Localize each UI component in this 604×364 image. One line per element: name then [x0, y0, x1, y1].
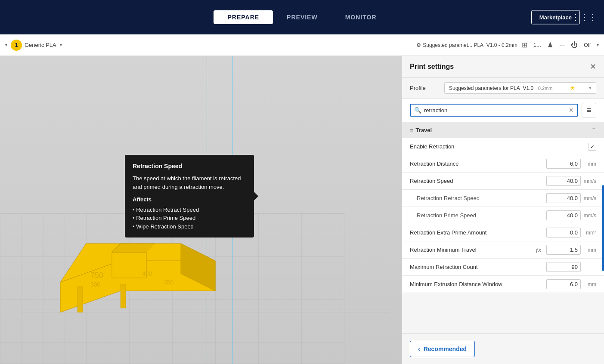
tooltip-affects-label: Affects — [133, 195, 246, 204]
count-label: 1... — [533, 42, 541, 48]
tab-prepare[interactable]: PREPARE — [214, 10, 273, 24]
tooltip-title: Retraction Speed — [133, 162, 246, 171]
retraction-retract-speed-input[interactable] — [546, 193, 581, 203]
nav-tabs: PREPARE PREVIEW MONITOR — [214, 10, 390, 24]
setting-row-retraction-speed[interactable]: Retraction Speed mm/s — [402, 173, 604, 190]
recommended-row: ‹ Recommended — [402, 333, 604, 364]
layers-icon[interactable]: ⊞ — [522, 41, 527, 49]
tooltip-affects-list: • Retraction Retract Speed • Retraction … — [133, 206, 246, 231]
tooltip-description: The speed at which the filament is retra… — [133, 174, 246, 191]
grid-icon[interactable]: ⋮⋮⋮ — [571, 12, 597, 22]
search-icon: 🔍 — [414, 107, 421, 114]
fx-icon: ƒx — [535, 247, 541, 253]
filament-badge: 1 — [11, 40, 22, 51]
filament-dropdown-arrow[interactable]: ▾ — [60, 43, 62, 47]
settings-params-btn[interactable]: ⚙ Suggested paramet... PLA_V1.0 - 0.2mm — [416, 42, 517, 48]
setting-row-min-extrusion-window[interactable]: Minimum Extrusion Distance Window mm — [402, 276, 604, 293]
filament-name: Generic PLA — [25, 42, 56, 48]
svg-text:350: 350 — [164, 279, 174, 286]
retraction-prime-speed-unit: mm/s — [583, 213, 596, 219]
setting-label-max-retraction-count: Maximum Retraction Count — [410, 264, 546, 270]
dropdown-left-icon[interactable]: ▾ — [5, 43, 7, 47]
section-collapse-button[interactable]: ⌃ — [591, 126, 596, 133]
panel-header: Print settings ✕ — [402, 56, 604, 78]
svg-text:400: 400 — [142, 270, 152, 277]
min-extrusion-window-unit: mm — [583, 281, 596, 287]
settings-content: ≡ Travel ⌃ Enable Retraction ✓ Retractio… — [402, 122, 604, 333]
setting-row-enable-retraction[interactable]: Enable Retraction ✓ — [402, 138, 604, 155]
recommended-button[interactable]: ‹ Recommended — [410, 341, 475, 357]
minimum-travel-value: ƒx mm — [535, 245, 596, 255]
profile-selector[interactable]: Suggested parameters for PLA_V1.0- 0.2mm… — [444, 82, 596, 94]
max-retraction-count-input[interactable] — [546, 262, 581, 272]
toolbar: ▾ 1 Generic PLA ▾ ⚙ Suggested paramet...… — [0, 34, 604, 56]
search-container: 🔍 ✕ — [410, 104, 578, 117]
scroll-indicator — [602, 185, 604, 271]
retraction-prime-speed-value: mm/s — [546, 210, 596, 220]
tab-preview[interactable]: PREVIEW — [273, 10, 331, 24]
setting-row-retraction-distance[interactable]: Retraction Distance mm — [402, 155, 604, 173]
section-title-travel: ≡ Travel — [410, 127, 432, 133]
min-extrusion-window-input[interactable] — [546, 279, 581, 289]
toolbar-right-dropdown[interactable]: ▾ — [597, 43, 599, 47]
retraction-prime-speed-input[interactable] — [546, 210, 581, 220]
profile-label: Profile — [410, 85, 444, 91]
setting-label-retraction-retract-speed: Retraction Retract Speed — [410, 195, 546, 201]
retraction-retract-speed-value: mm/s — [546, 193, 596, 203]
svg-rect-8 — [77, 287, 83, 312]
dots-icon[interactable]: ··· — [559, 41, 565, 49]
tab-monitor[interactable]: MONITOR — [331, 10, 390, 24]
enable-retraction-checkbox[interactable]: ✓ — [589, 143, 596, 151]
section-header-travel[interactable]: ≡ Travel ⌃ — [402, 122, 604, 138]
retraction-retract-speed-unit: mm/s — [583, 195, 596, 201]
min-extrusion-window-value: mm — [546, 279, 596, 289]
settings-sliders-icon: ⚙ — [416, 42, 421, 48]
panel-close-button[interactable]: ✕ — [590, 62, 596, 71]
search-clear-button[interactable]: ✕ — [569, 107, 574, 114]
retraction-speed-input[interactable] — [546, 176, 581, 186]
top-navigation: PREPARE PREVIEW MONITOR Marketplace ⋮⋮⋮ — [0, 0, 604, 34]
minimum-travel-input[interactable] — [546, 245, 581, 255]
off-label: Off — [584, 42, 591, 48]
setting-label-min-extrusion-window: Minimum Extrusion Distance Window — [410, 281, 546, 287]
setting-label-retraction-prime-speed: Retraction Prime Speed — [410, 212, 546, 219]
setting-row-retraction-retract-speed[interactable]: Retraction Retract Speed mm/s — [402, 190, 604, 207]
svg-text:750: 750 — [90, 271, 103, 280]
profile-dropdown-icon[interactable]: ▾ — [589, 85, 592, 91]
toolbar-icons: ⊞ 1... ♟ ··· ⏻ Off ▾ — [522, 41, 599, 49]
setting-row-extra-prime-amount[interactable]: Retraction Extra Prime Amount mm³ — [402, 224, 604, 241]
section-lines-icon: ≡ — [410, 127, 413, 133]
print-settings-panel: Print settings ✕ Profile Suggested param… — [402, 56, 604, 364]
extra-prime-amount-value: mm³ — [546, 228, 596, 238]
minimum-travel-unit: mm — [583, 247, 596, 253]
max-retraction-count-value — [546, 262, 596, 272]
setting-label-minimum-travel: Retraction Minimum Travel — [410, 247, 535, 253]
power-icon[interactable]: ⏻ — [571, 41, 578, 49]
profile-row: Profile Suggested parameters for PLA_V1.… — [402, 78, 604, 99]
toolbar-right-content: ⚙ Suggested paramet... PLA_V1.0 - 0.2mm … — [416, 41, 599, 49]
setting-label-extra-prime-amount: Retraction Extra Prime Amount — [410, 229, 546, 236]
svg-text:300: 300 — [90, 281, 101, 288]
enable-retraction-value: ✓ — [589, 143, 596, 151]
retraction-distance-value: mm — [546, 159, 596, 169]
setting-row-retraction-prime-speed[interactable]: Retraction Prime Speed mm/s — [402, 207, 604, 224]
menu-lines-button[interactable]: ≡ — [582, 103, 596, 117]
recommended-chevron-icon: ‹ — [418, 345, 420, 352]
toolbar-left: ▾ 1 Generic PLA ▾ — [5, 40, 413, 51]
settings-params-label: Suggested paramet... PLA_V1.0 - 0.2mm — [423, 42, 517, 48]
svg-rect-9 — [121, 284, 126, 308]
search-input[interactable] — [424, 107, 566, 114]
retraction-distance-unit: mm — [583, 161, 596, 167]
setting-label-retraction-distance: Retraction Distance — [410, 160, 546, 167]
recommended-label: Recommended — [424, 345, 467, 352]
filament-selector[interactable]: 1 Generic PLA — [11, 40, 56, 51]
search-row: 🔍 ✕ ≡ — [402, 99, 604, 122]
setting-row-max-retraction-count[interactable]: Maximum Retraction Count — [402, 259, 604, 276]
person-icon[interactable]: ♟ — [547, 41, 553, 49]
setting-row-minimum-travel[interactable]: Retraction Minimum Travel ƒx mm — [402, 241, 604, 259]
retraction-speed-value: mm/s — [546, 176, 596, 186]
tooltip-affect-3: • Wipe Retraction Speed — [133, 222, 246, 231]
extra-prime-amount-input[interactable] — [546, 228, 581, 238]
retraction-distance-input[interactable] — [546, 159, 581, 169]
panel-title: Print settings — [410, 63, 454, 71]
